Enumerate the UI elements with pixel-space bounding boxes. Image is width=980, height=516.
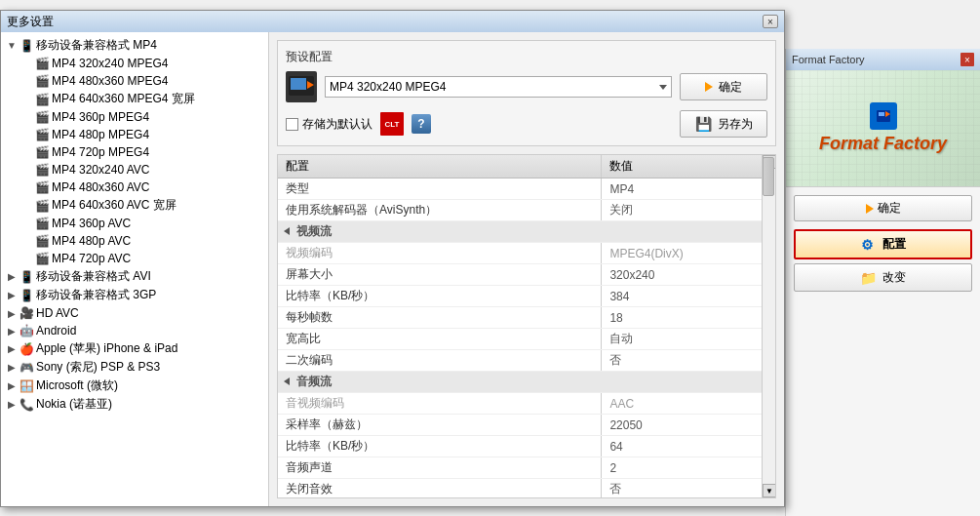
tree-item-mp4-320x240-avc[interactable]: 🎬 MP4 320x240 AVC	[1, 161, 268, 179]
collapse-video-icon	[284, 227, 290, 235]
expand-icon-sony: ▶	[5, 361, 19, 375]
expand-icon-mp4-640x360	[20, 93, 34, 106]
scrollbar-down-button[interactable]: ▼	[763, 484, 776, 497]
scrollbar-thumb[interactable]	[763, 157, 774, 196]
table-scrollbar[interactable]: ▲ ▼	[762, 155, 775, 497]
svg-rect-2	[879, 112, 884, 116]
svg-rect-5	[291, 78, 306, 90]
tree-item-mp4-720p-mpeg4[interactable]: 🎬 MP4 720p MPEG4	[1, 143, 268, 161]
tree-icon-mp4-480x360-avc: 🎬	[34, 179, 50, 195]
tree-label-mp4-640x360: MP4 640x360 MPEG4 宽屏	[52, 91, 195, 107]
config-val-channels: 2	[602, 457, 775, 479]
tree-item-mobile-3gp[interactable]: ▶ 📱 移动设备兼容格式 3GP	[1, 286, 268, 304]
ff-close-button[interactable]: ×	[960, 53, 974, 66]
config-key-2pass: 二次编码	[278, 350, 602, 372]
ff-change-button[interactable]: 📁 改变	[794, 263, 972, 292]
config-val-audio-codec: AAC	[602, 393, 775, 415]
ff-ok-button[interactable]: 确定	[794, 195, 972, 221]
save-as-button[interactable]: 💾 另存为	[680, 110, 767, 138]
config-key-fps: 每秒帧数	[278, 307, 602, 329]
tree-icon-mobile-3gp: 📱	[19, 288, 34, 303]
table-row: 类型 MP4	[278, 179, 775, 200]
tree-icon-mp4-320x240-avc: 🎬	[34, 162, 50, 178]
expand-icon-mp4-360p-avc	[20, 217, 34, 230]
config-key-sample-rate: 采样率（赫兹）	[278, 415, 602, 436]
tree-label-mp4-640x360-avc: MP4 640x360 AVC 宽屏	[52, 197, 176, 214]
config-val-avisynth: 关闭	[602, 200, 775, 221]
dialog-close-button[interactable]: ×	[763, 15, 778, 28]
config-key-audio-bitrate: 比特率（KB/秒）	[278, 436, 602, 457]
tree-item-mp4-480p-avc[interactable]: 🎬 MP4 480p AVC	[1, 232, 268, 250]
preset-icon	[286, 71, 317, 102]
dialog-body: ▼ 📱 移动设备兼容格式 MP4 🎬 MP4 320x240 MPEG4 🎬 M…	[1, 32, 784, 506]
config-val-aspect: 自动	[602, 329, 775, 350]
tree-label-mp4-480x360-avc: MP4 480x360 AVC	[52, 180, 150, 194]
tree-label-mp4-320x240-avc: MP4 320x240 AVC	[52, 163, 150, 177]
save-default-checkbox-area[interactable]: 存储为默认认	[286, 116, 372, 133]
collapse-audio-icon	[284, 377, 290, 385]
ff-config-button[interactable]: ⚙ 配置	[794, 229, 972, 259]
tree-item-mp4-720p-avc[interactable]: 🎬 MP4 720p AVC	[1, 250, 268, 267]
tree-item-microsoft[interactable]: ▶ 🪟 Microsoft (微软)	[1, 377, 268, 395]
tree-item-sony[interactable]: ▶ 🎮 Sony (索尼) PSP & PS3	[1, 358, 268, 377]
tree-item-mp4-360p-avc[interactable]: 🎬 MP4 360p AVC	[1, 215, 268, 232]
config-val-sample-rate: 22050	[602, 415, 775, 436]
section-header-video[interactable]: 视频流	[278, 221, 775, 243]
table-row: 屏幕大小 320x240	[278, 264, 775, 286]
config-key-avisynth: 使用系统解码器（AviSynth）	[278, 200, 602, 221]
expand-icon-mobile-3gp: ▶	[5, 289, 19, 302]
config-key-channels: 音频声道	[278, 457, 602, 479]
table-row: 使用系统解码器（AviSynth） 关闭	[278, 200, 775, 221]
confirm-button[interactable]: 确定	[680, 73, 767, 100]
tree-item-mobile-avi[interactable]: ▶ 📱 移动设备兼容格式 AVI	[1, 267, 268, 286]
tree-icon-mp4-360p-mpeg4: 🎬	[34, 109, 50, 125]
tree-icon-mobile-mp4: 📱	[19, 38, 34, 54]
ff-config-gear-icon: ⚙	[861, 237, 877, 253]
tree-label-sony: Sony (索尼) PSP & PS3	[36, 359, 160, 376]
preset-selected-value: MP4 320x240 MPEG4	[330, 80, 446, 94]
save-default-checkbox[interactable]	[286, 118, 298, 131]
config-table: 配置 数值 类型 MP4 使用系统解码器（AviSynth） 关闭	[278, 155, 775, 498]
tree-item-android[interactable]: ▶ 🤖 Android	[1, 322, 268, 339]
tree-item-mp4-480x360-mpeg4[interactable]: 🎬 MP4 480x360 MPEG4	[1, 72, 268, 90]
tree-icon-mp4-320x240: 🎬	[34, 56, 50, 71]
tree-item-mp4-640x360[interactable]: 🎬 MP4 640x360 MPEG4 宽屏	[1, 90, 268, 108]
tree-panel[interactable]: ▼ 📱 移动设备兼容格式 MP4 🎬 MP4 320x240 MPEG4 🎬 M…	[1, 32, 269, 506]
tree-label-microsoft: Microsoft (微软)	[36, 377, 118, 394]
section-header-audio[interactable]: 音频流	[278, 372, 775, 393]
expand-icon-mobile-mp4: ▼	[5, 39, 19, 53]
tree-icon-sony: 🎮	[19, 360, 34, 376]
tree-label-nokia: Nokia (诺基亚)	[36, 396, 112, 413]
tree-item-hd-avc[interactable]: ▶ 🎥 HD AVC	[1, 304, 268, 322]
tree-icon-mp4-720p-mpeg4: 🎬	[34, 144, 50, 160]
tree-icon-apple: 🍎	[19, 341, 34, 357]
help-button[interactable]: ?	[412, 114, 431, 134]
tree-icon-mp4-720p-avc: 🎬	[34, 251, 50, 266]
tree-item-apple[interactable]: ▶ 🍎 Apple (苹果) iPhone & iPad	[1, 339, 268, 358]
expand-icon-mobile-avi: ▶	[5, 270, 19, 284]
meta-icon: CLT	[380, 112, 404, 136]
tree-item-mp4-360p-mpeg4[interactable]: 🎬 MP4 360p MPEG4	[1, 108, 268, 126]
tree-item-mp4-480x360-avc[interactable]: 🎬 MP4 480x360 AVC	[1, 179, 268, 196]
expand-icon-mp4-640x360-avc	[20, 199, 34, 213]
tree-label-android: Android	[36, 324, 76, 337]
tree-item-mp4-640x360-avc[interactable]: 🎬 MP4 640x360 AVC 宽屏	[1, 196, 268, 215]
tree-icon-mp4-480p-mpeg4: 🎬	[34, 127, 50, 142]
tree-item-mp4-320x240[interactable]: 🎬 MP4 320x240 MPEG4	[1, 55, 268, 72]
dialog-title: 更多设置	[7, 14, 54, 30]
tree-label-hd-avc: HD AVC	[36, 306, 79, 320]
table-row: 二次编码 否	[278, 350, 775, 372]
preset-dropdown[interactable]: MP4 320x240 MPEG4	[325, 76, 672, 98]
col-header-value: 数值	[602, 155, 775, 179]
ff-logo-text: Format Factory	[819, 134, 947, 155]
ff-title-bar: Format Factory ×	[786, 49, 980, 70]
tree-item-mp4-480p-mpeg4[interactable]: 🎬 MP4 480p MPEG4	[1, 126, 268, 143]
tree-item-mobile-mp4[interactable]: ▼ 📱 移动设备兼容格式 MP4	[1, 36, 268, 55]
expand-icon-android: ▶	[5, 324, 19, 337]
tree-item-nokia[interactable]: ▶ 📞 Nokia (诺基亚)	[1, 395, 268, 414]
ff-title-text: Format Factory	[792, 54, 865, 65]
preset-bottom-row: 存储为默认认 CLT ? 💾 另存为	[286, 110, 767, 138]
ff-main-panel: Format Factory ×	[785, 49, 980, 516]
config-val-audio-bitrate: 64	[602, 436, 775, 457]
ff-logo-area: Format Factory	[786, 70, 980, 187]
